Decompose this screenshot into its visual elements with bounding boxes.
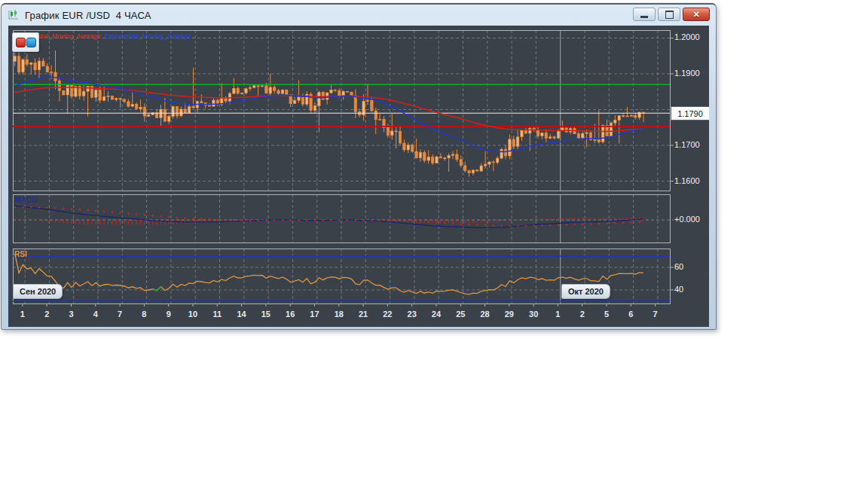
blue-indicator-button[interactable] xyxy=(26,38,36,47)
price-chart xyxy=(8,26,709,327)
indicator-buttons xyxy=(12,32,39,52)
day-label: 7 xyxy=(118,308,122,320)
day-label: 2 xyxy=(580,308,585,320)
month-label-october: Окт 2020 xyxy=(561,284,610,299)
time-axis: 1234789101114151617182122232425282930125… xyxy=(8,308,709,320)
day-label: 18 xyxy=(335,308,344,320)
day-label: 28 xyxy=(480,308,489,320)
day-label: 6 xyxy=(628,308,633,320)
minimize-icon xyxy=(640,16,648,18)
macd-label: MACD xyxy=(14,196,37,204)
chart-client-area: Exponential_Moving_AverageExponential_Mo… xyxy=(8,26,709,327)
maximize-button[interactable] xyxy=(658,8,680,21)
rsi-tick-label: 40 xyxy=(674,285,683,294)
rsi-label: RSI xyxy=(14,250,27,258)
day-label: 21 xyxy=(359,308,368,320)
indicator-legend: Exponential_Moving_AverageExponential_Mo… xyxy=(14,32,191,40)
day-label: 2 xyxy=(44,308,49,320)
day-label: 1 xyxy=(20,308,25,320)
day-label: 4 xyxy=(93,308,98,320)
close-icon: ✕ xyxy=(692,11,699,19)
day-label: 9 xyxy=(167,308,171,320)
maximize-icon xyxy=(665,11,674,19)
day-label: 24 xyxy=(432,308,441,320)
price-tick-label: 1.1700 xyxy=(674,140,700,150)
day-label: 7 xyxy=(653,308,658,320)
close-button[interactable]: ✕ xyxy=(683,8,710,21)
red-indicator-button[interactable] xyxy=(16,38,26,47)
window-titlebar[interactable]: График EUR /USD 4 ЧАСА ✕ xyxy=(2,5,716,26)
day-label: 25 xyxy=(456,308,465,320)
price-tick-label: 1.2000 xyxy=(674,32,700,42)
current-price-value: 1.1790 xyxy=(677,109,703,118)
macd-tick-label: +0.000 xyxy=(674,215,700,224)
day-label: 14 xyxy=(237,308,246,320)
window-controls: ✕ xyxy=(633,8,710,21)
day-label: 30 xyxy=(529,308,538,320)
window-title: График EUR /USD 4 ЧАСА xyxy=(25,10,151,21)
day-label: 8 xyxy=(142,308,146,320)
rsi-tick-label: 60 xyxy=(674,262,683,272)
day-label: 10 xyxy=(188,308,197,320)
day-label: 15 xyxy=(261,308,270,320)
month-label-september: Сен 2020 xyxy=(13,284,63,299)
chart-window: График EUR /USD 4 ЧАСА ✕ Exponential_Mov… xyxy=(1,3,717,330)
day-label: 17 xyxy=(310,308,319,320)
day-label: 3 xyxy=(69,308,73,320)
current-price-box: 1.1790 xyxy=(671,106,709,120)
price-tick-label: 1.1900 xyxy=(674,69,700,78)
chart-window-icon xyxy=(7,9,20,21)
day-label: 5 xyxy=(604,308,609,320)
day-label: 29 xyxy=(505,308,514,320)
day-label: 16 xyxy=(286,308,295,320)
ema-blue-label: Exponential_Moving_Average xyxy=(105,32,191,40)
desktop: График EUR /USD 4 ЧАСА ✕ Exponential_Mov… xyxy=(0,0,868,488)
day-label: 23 xyxy=(408,308,417,320)
day-label: 1 xyxy=(555,308,560,320)
day-label: 22 xyxy=(383,308,392,320)
minimize-button[interactable] xyxy=(633,8,656,21)
day-label: 11 xyxy=(212,308,222,320)
price-tick-label: 1.1600 xyxy=(674,176,700,186)
